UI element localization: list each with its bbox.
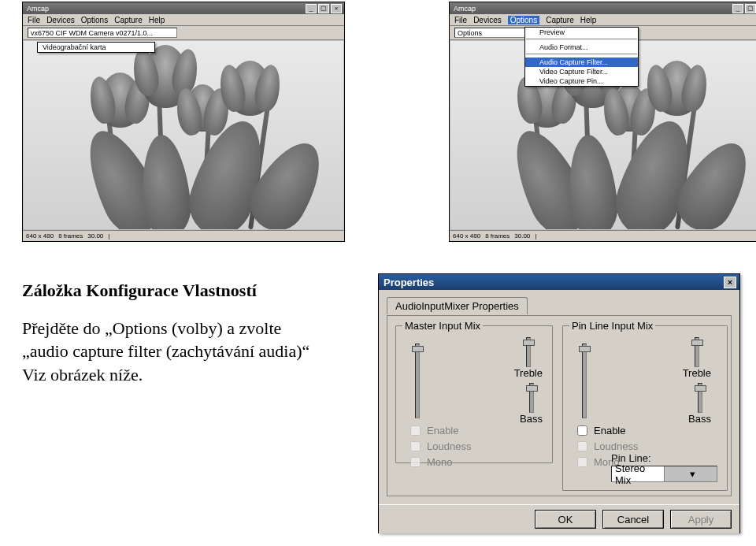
label-bass: Bass [520, 413, 543, 425]
menuitem-preview[interactable]: Preview [525, 28, 638, 37]
menu-devices[interactable]: Devices [473, 16, 502, 24]
checkbox-master-loudness[interactable]: Loudness [407, 439, 471, 454]
dialog-button-row: OK Cancel Apply [379, 504, 739, 533]
article-heading: Záložka Konfigurace Vlastností [22, 279, 353, 303]
menuitem-audio-capture-filter[interactable]: Audio Capture Filter... [525, 58, 638, 67]
article-text: Záložka Konfigurace Vlastností Přejděte … [22, 279, 353, 387]
checkbox-master-mono[interactable]: Mono [407, 455, 471, 470]
statusbar: 640 x 480 8 frames 30.00 | [450, 230, 756, 241]
group-label-master: Master Input Mix [402, 320, 483, 332]
menu-options[interactable]: Options [508, 16, 539, 24]
combo-pin-line[interactable]: Stereo Mix ▾ [611, 466, 717, 482]
menu-help[interactable]: Help [149, 16, 165, 24]
slider-pin-bass[interactable] [698, 383, 702, 413]
menu-help[interactable]: Help [580, 16, 597, 24]
maximize-icon[interactable]: ▢ [745, 4, 756, 13]
slider-master-volume[interactable] [415, 344, 420, 418]
label-treble: Treble [514, 367, 543, 379]
menubar: File Devices Options Capture Help [23, 14, 344, 26]
status-sep: | [535, 232, 536, 240]
slider-master-treble[interactable] [526, 337, 531, 367]
menu-capture[interactable]: Capture [114, 16, 143, 24]
menu-capture[interactable]: Capture [546, 16, 574, 24]
window-titlebar: Amcap _ ▢ × [450, 2, 756, 14]
menubar: File Devices Options Capture Help [450, 14, 756, 26]
options-menu: Preview Audio Format... Audio Capture Fi… [524, 27, 639, 87]
video-preview [24, 41, 343, 229]
minimize-icon[interactable]: _ [732, 4, 743, 13]
tab-audioinputmixer[interactable]: AudioInputMixer Properties [387, 297, 528, 314]
dialog-title: Properties [384, 277, 434, 288]
label-treble: Treble [683, 367, 711, 379]
label-bass: Bass [688, 413, 711, 425]
menu-devices[interactable]: Devices [46, 16, 75, 24]
dialog-titlebar: Properties × [379, 274, 739, 290]
status-fps: 30.00 [87, 232, 103, 240]
status-resolution: 640 x 480 [26, 232, 54, 240]
status-fps: 30.00 [514, 232, 530, 240]
window-title: Amcap [25, 5, 304, 13]
device-submenu: Videograbační karta [37, 42, 155, 53]
window-titlebar: Amcap _ ▢ × [23, 2, 344, 14]
device-submenu-item[interactable]: Videograbační karta [38, 43, 154, 52]
checkbox-master-enable[interactable]: Enable [407, 423, 471, 438]
close-icon[interactable]: × [331, 4, 342, 13]
screenshot-amcap-right: Amcap _ ▢ × File Devices Options Capture… [449, 2, 756, 242]
options-caption: Options [454, 28, 525, 38]
status-frames: 8 frames [58, 232, 83, 240]
group-label-pin: Pin Line Input Mix [569, 320, 655, 332]
status-sep: | [108, 232, 109, 240]
group-pin-line-input-mix: Pin Line Input Mix Treble Bass Enable [562, 325, 728, 491]
article-line2: „audio capture filter (zachytávání audia… [22, 340, 353, 363]
close-icon[interactable]: × [724, 277, 736, 288]
article-line3: Viz obrázek níže. [22, 363, 353, 387]
cancel-button[interactable]: Cancel [602, 510, 664, 529]
menu-options[interactable]: Options [81, 16, 108, 24]
minimize-icon[interactable]: _ [306, 4, 317, 13]
status-frames: 8 frames [485, 232, 510, 240]
device-dropdown[interactable]: vx6750 CIF WDM Camera v0271/1.0... [28, 28, 177, 38]
slider-pin-treble[interactable] [695, 337, 699, 367]
status-resolution: 640 x 480 [453, 232, 480, 240]
properties-dialog: Properties × AudioInputMixer Properties … [378, 273, 740, 533]
window-title: Amcap [452, 5, 731, 13]
group-master-input-mix: Master Input Mix Treble Bass [395, 325, 553, 463]
maximize-icon[interactable]: ▢ [318, 4, 329, 13]
article-line1: Přejděte do „Options (volby) a zvolte [22, 317, 353, 340]
chevron-down-icon: ▾ [664, 466, 717, 481]
apply-button[interactable]: Apply [670, 510, 732, 529]
menu-separator [526, 39, 637, 41]
menu-separator [526, 54, 637, 56]
checkbox-pin-enable[interactable]: Enable [574, 423, 638, 438]
menu-file[interactable]: File [28, 16, 40, 24]
toolbar: vx6750 CIF WDM Camera v0271/1.0... [23, 26, 344, 40]
ok-button[interactable]: OK [535, 510, 596, 529]
menuitem-video-capture-pin[interactable]: Video Capture Pin... [525, 76, 638, 86]
screenshot-amcap-left: Amcap _ ▢ × File Devices Options Capture… [22, 2, 345, 242]
menuitem-audio-format[interactable]: Audio Format... [525, 43, 638, 52]
combo-pin-line-value: Stereo Mix [612, 462, 664, 486]
menu-file[interactable]: File [454, 16, 467, 24]
slider-master-bass[interactable] [529, 383, 534, 413]
tab-page: Master Input Mix Treble Bass [387, 315, 732, 496]
statusbar: 640 x 480 8 frames 30.00 | [23, 230, 344, 241]
menuitem-video-capture-filter[interactable]: Video Capture Filter... [525, 67, 638, 76]
slider-pin-volume[interactable] [582, 344, 587, 418]
